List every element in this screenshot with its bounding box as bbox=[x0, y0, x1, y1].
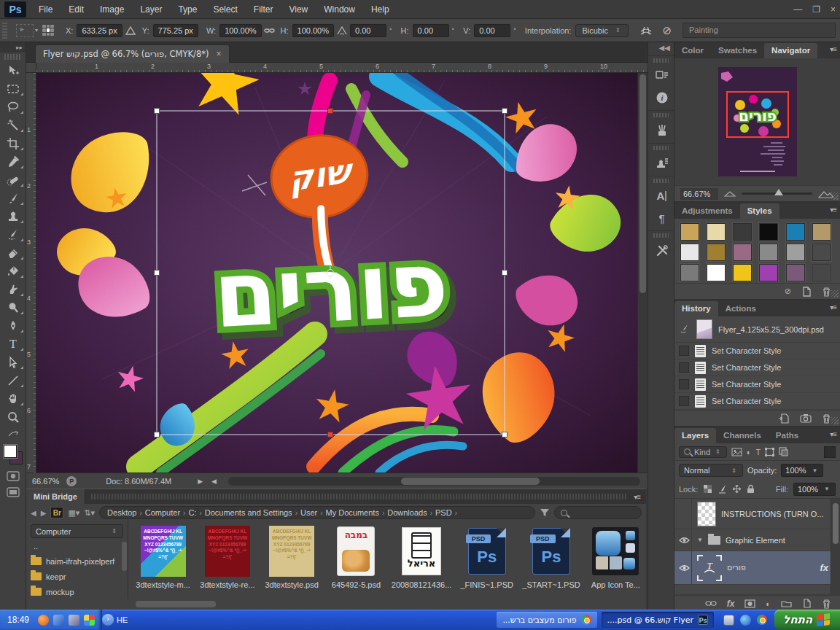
quick-mask-icon[interactable] bbox=[0, 468, 26, 484]
status-menu-icon[interactable]: ▶ bbox=[198, 478, 203, 485]
panel-menu-icon[interactable]: ▾≡ bbox=[830, 303, 836, 311]
sort-icon[interactable]: ⇅▾ bbox=[84, 508, 95, 518]
group-expand-icon[interactable]: ▼ bbox=[697, 537, 703, 543]
forward-icon[interactable]: ▶ bbox=[41, 509, 47, 517]
lock-position-icon[interactable] bbox=[732, 484, 742, 494]
scroll-left-icon[interactable]: ◀ bbox=[211, 478, 217, 485]
properties-panel-icon[interactable] bbox=[648, 65, 675, 87]
screen-mode-icon[interactable] bbox=[0, 484, 26, 500]
reference-point-locator[interactable] bbox=[42, 25, 54, 36]
style-swatch[interactable] bbox=[759, 264, 778, 281]
layer-row-purim[interactable]: T פורים fx ▼ bbox=[674, 551, 840, 585]
adjustment-layer-icon[interactable]: ◐ bbox=[766, 599, 771, 608]
delete-layer-icon[interactable] bbox=[822, 599, 831, 609]
start-button[interactable]: התחל bbox=[774, 610, 840, 630]
style-swatch[interactable] bbox=[733, 264, 752, 281]
marquee-tool[interactable] bbox=[0, 79, 26, 98]
menu-image[interactable]: Image bbox=[92, 0, 132, 19]
foreground-color-swatch[interactable] bbox=[4, 445, 17, 458]
horizontal-ruler[interactable]: 1 2 3 4 5 6 7 8 9 10 bbox=[36, 63, 648, 73]
navigator-preview[interactable]: פורים bbox=[674, 58, 840, 185]
brush-presets-panel-icon[interactable] bbox=[648, 120, 675, 141]
quick-launch-chrome-icon[interactable] bbox=[757, 615, 767, 625]
tab-layers[interactable]: Layers bbox=[674, 428, 716, 443]
history-brush-source-icon[interactable] bbox=[679, 324, 691, 335]
filter-icon[interactable] bbox=[540, 508, 550, 517]
canvas[interactable]: שוק פורים פורים bbox=[36, 73, 637, 472]
history-brush-tool[interactable] bbox=[0, 225, 26, 244]
vertical-scrollbar[interactable] bbox=[637, 73, 648, 472]
h-skew-input[interactable]: 0.00 bbox=[413, 24, 449, 37]
crumb-desktop[interactable]: Desktop bbox=[107, 508, 136, 517]
history-brush-well[interactable] bbox=[679, 346, 689, 356]
height-input[interactable]: 100.00% bbox=[292, 24, 334, 37]
mini-bridge-menu-icon[interactable]: ▾≡ bbox=[634, 493, 640, 501]
tab-history[interactable]: History bbox=[674, 301, 718, 316]
menu-help[interactable]: Help bbox=[363, 0, 397, 19]
x-input[interactable]: 633.25 px bbox=[77, 24, 122, 37]
folder-up-item[interactable]: .. bbox=[31, 538, 123, 553]
task-button-forum[interactable]: פורום מעצבים ברש... bbox=[497, 612, 596, 628]
hand-tool[interactable] bbox=[0, 389, 26, 408]
layer-thumbnail[interactable] bbox=[697, 502, 716, 526]
quick-launch-icon[interactable] bbox=[723, 615, 734, 626]
crumb-downloads[interactable]: Downloads bbox=[387, 508, 427, 517]
style-swatch[interactable] bbox=[812, 244, 831, 261]
crop-tool[interactable] bbox=[0, 134, 26, 152]
toolbar-collapse-icon[interactable]: ▸▸ bbox=[0, 42, 26, 52]
eyedropper-tool[interactable] bbox=[0, 152, 26, 171]
filter-smart-objects-icon[interactable] bbox=[779, 447, 788, 456]
crumb-user[interactable]: User bbox=[300, 508, 317, 517]
layers-scrollbar[interactable] bbox=[831, 499, 840, 595]
filtering-toggle[interactable] bbox=[824, 446, 836, 458]
style-swatch[interactable] bbox=[680, 244, 699, 261]
eraser-tool[interactable] bbox=[0, 244, 26, 262]
folder-item[interactable]: mockup bbox=[31, 584, 123, 599]
menu-filter[interactable]: Filter bbox=[246, 0, 281, 19]
link-layers-icon[interactable] bbox=[705, 600, 717, 607]
crumb-computer[interactable]: Computer bbox=[145, 508, 180, 517]
crumb-psd[interactable]: PSD bbox=[435, 508, 452, 517]
menu-file[interactable]: File bbox=[31, 0, 61, 19]
style-swatch[interactable] bbox=[759, 223, 778, 241]
mini-bridge-grip[interactable] bbox=[91, 494, 628, 499]
style-swatch[interactable] bbox=[707, 264, 726, 281]
tray-icon[interactable] bbox=[69, 615, 79, 626]
new-snapshot-icon[interactable] bbox=[800, 413, 812, 423]
tab-navigator[interactable]: Navigator bbox=[764, 43, 817, 58]
opacity-input[interactable]: 100%▼ bbox=[781, 464, 823, 477]
file-item[interactable]: אריאל 200808121436... bbox=[392, 524, 451, 599]
y-input[interactable]: 775.25 px bbox=[153, 24, 198, 37]
cancel-transform-icon[interactable]: ⊘ bbox=[663, 24, 672, 37]
menu-edit[interactable]: Edit bbox=[61, 0, 92, 19]
panel-menu-icon[interactable]: ▾≡ bbox=[830, 430, 836, 438]
quick-launch-icon[interactable] bbox=[740, 615, 751, 626]
interpolation-select[interactable]: Bicubic⇕ bbox=[575, 24, 628, 37]
workspace-switcher[interactable]: Painting bbox=[682, 23, 836, 38]
ruler-origin[interactable] bbox=[26, 63, 36, 73]
width-input[interactable]: 100.00% bbox=[219, 24, 261, 37]
history-state[interactable]: Set Character Style bbox=[674, 359, 840, 376]
layer-effects-badge[interactable]: fx bbox=[820, 562, 828, 573]
menu-view[interactable]: View bbox=[281, 0, 316, 19]
new-group-icon[interactable] bbox=[781, 599, 792, 607]
style-swatch[interactable] bbox=[707, 244, 726, 261]
menu-layer[interactable]: Layer bbox=[132, 0, 170, 19]
tab-adjustments[interactable]: Adjustments bbox=[674, 203, 740, 219]
crumb-c-drive[interactable]: C: bbox=[188, 508, 196, 517]
history-state[interactable]: Set Character Style bbox=[674, 343, 840, 359]
folder-item[interactable]: keepr bbox=[31, 569, 123, 584]
layer-row-instructions[interactable]: INSTRUCTIONS (TURN O... bbox=[674, 499, 840, 529]
style-swatch[interactable] bbox=[812, 223, 831, 241]
search-input[interactable] bbox=[554, 506, 642, 519]
style-swatch[interactable] bbox=[786, 264, 805, 281]
expand-panels-icon[interactable]: ◀◀ bbox=[648, 42, 674, 54]
zoom-out-icon[interactable] bbox=[724, 190, 736, 197]
tab-channels[interactable]: Channels bbox=[716, 428, 769, 443]
warp-mode-icon[interactable] bbox=[639, 25, 653, 36]
tab-actions[interactable]: Actions bbox=[718, 301, 763, 316]
magic-wand-tool[interactable] bbox=[0, 116, 26, 134]
tray-icon[interactable] bbox=[53, 615, 64, 626]
panel-menu-icon[interactable]: ▾≡ bbox=[830, 206, 836, 214]
layer-filter-select[interactable]: Kind⇕ bbox=[679, 446, 727, 458]
